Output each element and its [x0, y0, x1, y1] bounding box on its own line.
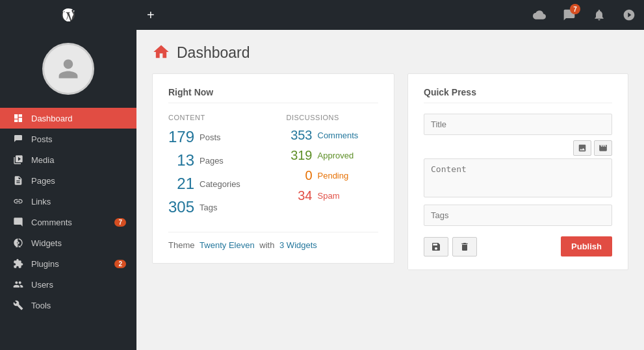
- rn-count-pages: 13: [168, 151, 194, 169]
- bell-icon: [593, 8, 606, 21]
- rn-columns: Content 179 Posts 13 Pages 21 Categories: [168, 114, 378, 221]
- rn-content-header: Content: [168, 114, 261, 121]
- cloud-icon-button[interactable]: [524, 0, 554, 30]
- tools-icon: [10, 300, 26, 310]
- sidebar-item-widgets[interactable]: Widgets: [0, 232, 136, 253]
- delete-icon: [459, 242, 470, 252]
- rn-label-posts: Posts: [200, 132, 221, 142]
- image-icon: [578, 144, 587, 153]
- rn-count-comments: 353: [287, 128, 313, 143]
- sidebar-item-media[interactable]: Media: [0, 149, 136, 170]
- sidebar-item-posts[interactable]: Posts: [0, 129, 136, 149]
- rn-row-tags: 305 Tags: [168, 198, 261, 216]
- sidebar: Dashboard Posts Media Pages Links: [0, 30, 136, 350]
- rn-link-pending[interactable]: Pending: [318, 171, 349, 181]
- rn-count-categories: 21: [168, 175, 194, 193]
- widgets-icon: [10, 238, 26, 248]
- sidebar-item-label-media: Media: [31, 155, 126, 165]
- wordpress-logo-icon: [62, 8, 75, 21]
- sidebar-item-label-posts: Posts: [31, 134, 126, 144]
- rn-row-comments: 353 Comments: [287, 128, 379, 143]
- home-icon: [152, 43, 170, 61]
- add-new-button[interactable]: +: [136, 0, 165, 30]
- sidebar-item-links[interactable]: Links: [0, 191, 136, 212]
- delete-button[interactable]: [452, 237, 477, 256]
- avatar: [42, 43, 94, 95]
- top-bar: + 7: [0, 0, 644, 30]
- save-icon: [431, 242, 441, 252]
- rn-row-approved: 319 Approved: [287, 148, 379, 163]
- cloud-icon: [533, 8, 546, 21]
- rn-discussions-column: Discussions 353 Comments 319 Approved 0 …: [287, 114, 379, 221]
- rn-count-approved: 319: [287, 148, 313, 163]
- sidebar-item-comments[interactable]: Comments 7: [0, 212, 136, 232]
- rn-theme-text: Theme: [168, 240, 194, 250]
- posts-icon: [10, 134, 26, 144]
- links-icon: [10, 196, 26, 206]
- rn-count-pending: 0: [287, 168, 313, 183]
- rn-theme-widgets-link[interactable]: 3 Widgets: [279, 240, 317, 250]
- right-now-title: Right Now: [168, 87, 378, 103]
- right-now-card: Right Now Content 179 Posts 13 Pages: [152, 73, 394, 264]
- sidebar-item-dashboard[interactable]: Dashboard: [0, 108, 136, 129]
- rn-row-pages: 13 Pages: [168, 151, 261, 169]
- sidebar-item-pages[interactable]: Pages: [0, 170, 136, 191]
- rn-link-spam[interactable]: Spam: [318, 191, 340, 201]
- rn-discussions-header: Discussions: [287, 114, 379, 121]
- sidebar-item-label-comments: Comments: [31, 218, 112, 227]
- rn-row-posts: 179 Posts: [168, 128, 261, 146]
- sidebar-item-plugins[interactable]: Plugins 2: [0, 253, 136, 274]
- rn-row-spam: 34 Spam: [287, 188, 379, 203]
- wp-account-icon-button[interactable]: [614, 0, 644, 30]
- publish-button[interactable]: Publish: [561, 236, 612, 256]
- quick-press-title-input[interactable]: [424, 114, 612, 135]
- quick-press-tags-input[interactable]: [424, 205, 612, 226]
- rn-count-posts: 179: [168, 128, 194, 146]
- rn-label-tags: Tags: [200, 203, 217, 212]
- logo: [0, 0, 136, 30]
- media-icon: [10, 155, 26, 165]
- rn-theme-with: with: [259, 240, 274, 250]
- plugins-icon: [10, 258, 26, 269]
- page-title-row: Dashboard: [152, 43, 628, 63]
- sidebar-item-label-widgets: Widgets: [31, 238, 126, 248]
- sidebar-item-label-users: Users: [31, 280, 126, 290]
- quick-press-card: Quick Press: [407, 73, 628, 270]
- sidebar-item-label-tools: Tools: [31, 301, 126, 310]
- qp-media-row: [424, 140, 612, 156]
- comments-icon-button[interactable]: 7: [554, 0, 584, 30]
- rn-row-categories: 21 Categories: [168, 175, 261, 193]
- sidebar-item-users[interactable]: Users: [0, 274, 136, 295]
- wp-account-icon: [623, 8, 636, 21]
- comments-sidebar-icon: [10, 217, 26, 227]
- sidebar-item-label-links: Links: [31, 197, 126, 206]
- rn-row-pending: 0 Pending: [287, 168, 379, 183]
- sidebar-item-label-pages: Pages: [31, 176, 126, 186]
- main-layout: Dashboard Posts Media Pages Links: [0, 30, 644, 350]
- rn-theme-row: Theme Twenty Eleven with 3 Widgets: [168, 232, 378, 250]
- qp-actions: Publish: [424, 236, 612, 256]
- bell-icon-button[interactable]: [584, 0, 614, 30]
- user-avatar-icon: [57, 57, 80, 81]
- quick-press-content-input[interactable]: [424, 158, 612, 197]
- add-image-button[interactable]: [573, 140, 591, 156]
- dashboard-page-icon: [152, 43, 170, 63]
- sidebar-item-tools[interactable]: Tools: [0, 295, 136, 316]
- rn-link-approved[interactable]: Approved: [318, 151, 354, 160]
- add-media-button[interactable]: [594, 140, 612, 156]
- rn-count-spam: 34: [287, 188, 313, 203]
- topbar-icons: 7: [524, 0, 644, 30]
- pages-icon: [10, 175, 26, 186]
- comments-sidebar-badge: 7: [114, 218, 126, 227]
- rn-link-comments[interactable]: Comments: [318, 131, 359, 140]
- users-icon: [10, 279, 26, 290]
- sidebar-avatar-area: [0, 36, 136, 108]
- comments-badge: 7: [570, 4, 580, 14]
- dashboard-icon: [10, 113, 26, 123]
- content-area: Dashboard Right Now Content 179 Posts: [136, 30, 644, 350]
- sidebar-item-label-plugins: Plugins: [31, 259, 112, 269]
- page-title: Dashboard: [177, 44, 250, 62]
- sidebar-item-label-dashboard: Dashboard: [31, 114, 126, 123]
- save-draft-button[interactable]: [424, 237, 448, 256]
- rn-theme-name-link[interactable]: Twenty Eleven: [200, 240, 255, 250]
